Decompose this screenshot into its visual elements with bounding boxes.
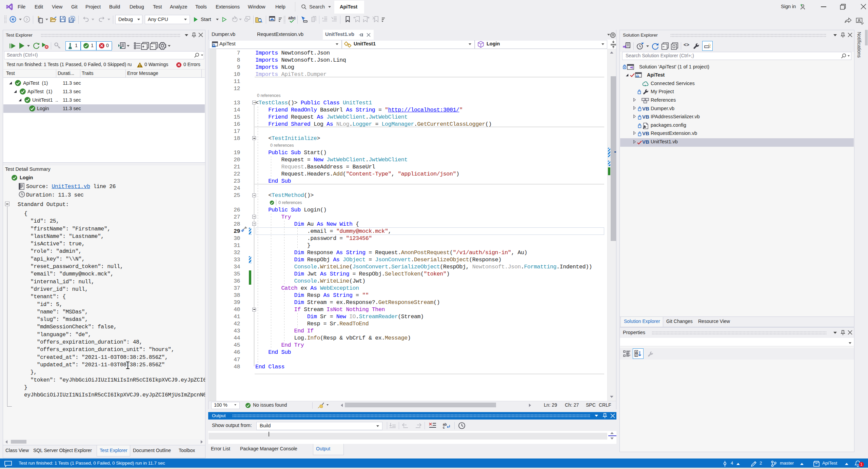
svg-text:Z: Z bbox=[635, 354, 637, 357]
svg-text:A: A bbox=[635, 350, 637, 353]
svg-text:c: c bbox=[443, 426, 445, 429]
